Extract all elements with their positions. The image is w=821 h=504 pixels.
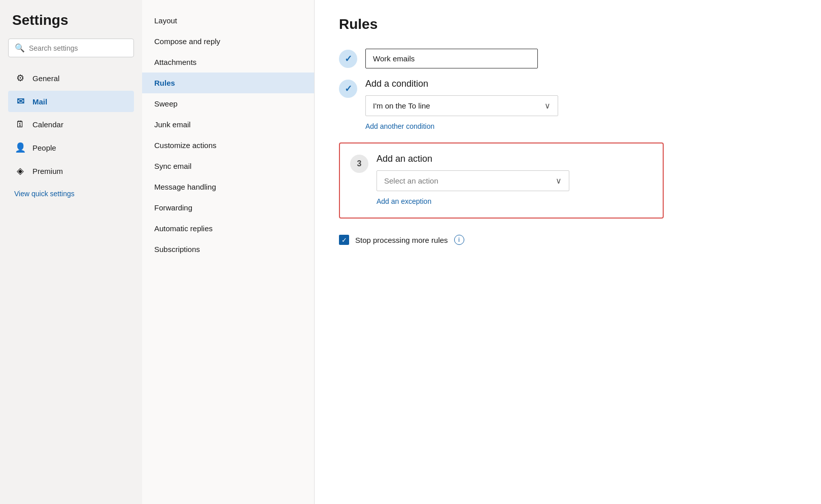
step2-content: Add a condition I'm on the To line ∨ Add… [365,79,664,132]
page-title: Rules [339,16,797,32]
stop-processing-checkbox[interactable]: ✓ [339,235,349,245]
middle-item-message-handling[interactable]: Message handling [142,176,314,197]
gear-icon: ⚙ [14,73,26,84]
step1-row: ✓ [339,49,664,68]
middle-item-forwarding[interactable]: Forwarding [142,197,314,218]
condition-dropdown[interactable]: I'm on the To line ∨ [365,95,558,116]
search-box[interactable]: 🔍 [8,39,134,57]
middle-item-sweep[interactable]: Sweep [142,93,314,114]
action-section-label: Add an action [377,154,653,164]
middle-nav: Layout Compose and reply Attachments Rul… [142,0,315,504]
action-placeholder: Select an action [384,176,438,185]
step3-row: 3 Add an action Select an action ∨ Add a… [339,142,664,245]
sidebar-item-calendar[interactable]: 🗓 Calendar [8,114,134,135]
step3-number: 3 [357,159,362,168]
sidebar-item-general[interactable]: ⚙ General [8,67,134,89]
add-exception-link[interactable]: Add an exception [377,195,431,207]
sidebar: Settings 🔍 ⚙ General ✉ Mail 🗓 Calendar 👤… [0,0,142,504]
sidebar-item-label-general: General [32,74,59,83]
mail-icon: ✉ [14,96,26,107]
stop-processing-row: ✓ Stop processing more rules i [339,235,664,245]
condition-value: I'm on the To line [373,101,430,110]
sidebar-item-label-mail: Mail [32,97,47,106]
calendar-icon: 🗓 [14,119,26,130]
step1-check-circle: ✓ [339,50,357,68]
sidebar-item-mail[interactable]: ✉ Mail [8,91,134,112]
action-section: 3 Add an action Select an action ∨ Add a… [339,142,664,219]
action-chevron-icon: ∨ [556,176,562,186]
step3-content: Add an action Select an action ∨ Add an … [377,154,653,207]
search-input[interactable] [29,44,127,52]
middle-item-sync[interactable]: Sync email [142,156,314,176]
condition-section-label: Add a condition [365,79,664,89]
step2-check-circle: ✓ [339,80,357,98]
step3-number-circle: 3 [350,155,368,173]
rule-form: ✓ ✓ Add a condition I'm on the To line ∨… [339,49,664,245]
sidebar-item-label-premium: Premium [32,167,63,175]
middle-item-junk[interactable]: Junk email [142,114,314,135]
middle-item-customize[interactable]: Customize actions [142,135,314,156]
middle-item-layout[interactable]: Layout [142,10,314,31]
people-icon: 👤 [14,142,26,153]
sidebar-item-label-people: People [32,143,56,152]
info-icon[interactable]: i [454,235,464,245]
sidebar-item-premium[interactable]: ◈ Premium [8,160,134,182]
middle-item-rules[interactable]: Rules [142,73,314,93]
middle-item-subscriptions[interactable]: Subscriptions [142,239,314,260]
middle-item-attachments[interactable]: Attachments [142,52,314,73]
action-dropdown[interactable]: Select an action ∨ [377,170,569,191]
middle-item-automatic-replies[interactable]: Automatic replies [142,218,314,239]
rule-name-input[interactable] [365,49,538,68]
app-title: Settings [8,12,134,28]
sidebar-item-people[interactable]: 👤 People [8,137,134,158]
info-char: i [458,236,460,243]
condition-chevron-icon: ∨ [544,101,551,111]
step2-row: ✓ Add a condition I'm on the To line ∨ A… [339,79,664,132]
step1-check-icon: ✓ [345,53,352,64]
stop-processing-check-icon: ✓ [341,236,347,244]
step1-content [365,49,664,68]
stop-processing-label: Stop processing more rules [355,236,448,244]
view-quick-settings-link[interactable]: View quick settings [8,186,134,202]
sidebar-item-label-calendar: Calendar [32,120,63,129]
step2-check-icon: ✓ [345,83,352,94]
add-another-condition-link[interactable]: Add another condition [365,120,434,132]
main-content: Rules ✓ ✓ Add a condition I'm on the To … [315,0,821,504]
middle-item-compose[interactable]: Compose and reply [142,31,314,52]
premium-icon: ◈ [14,165,26,176]
search-icon: 🔍 [15,43,25,53]
